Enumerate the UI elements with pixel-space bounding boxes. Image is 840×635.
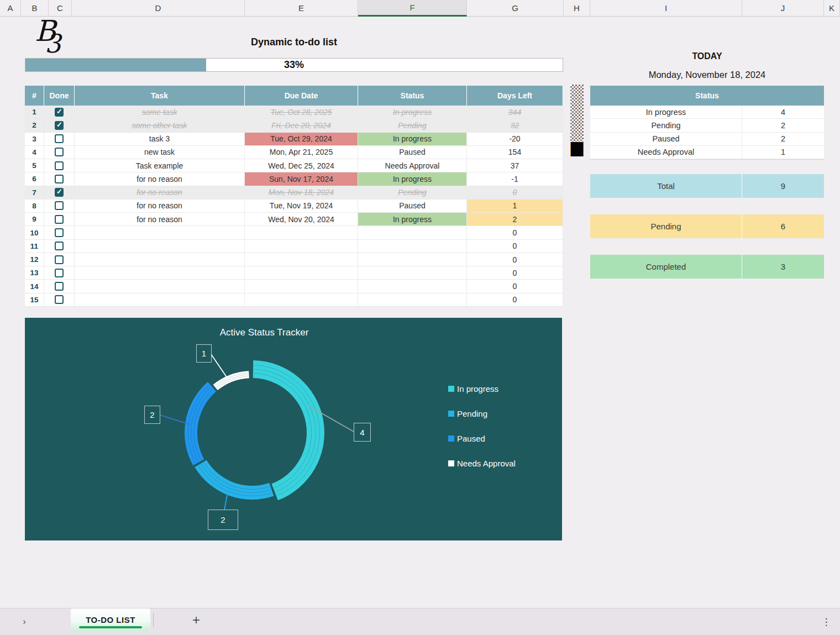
todo-col-header-due-date[interactable]: Due Date [245,86,358,106]
row-number-cell[interactable]: 5 [25,159,44,172]
task-cell[interactable]: for no reason [75,186,245,199]
done-checkbox[interactable] [55,121,64,130]
status-cell[interactable]: Pending [358,119,467,132]
days-left-cell[interactable]: -1 [467,172,563,185]
due-date-cell[interactable] [245,266,358,279]
days-left-cell[interactable]: 0 [467,186,563,199]
status-cell[interactable]: Paused [358,200,467,212]
row-number-cell[interactable]: 14 [25,280,44,292]
status-summary-value[interactable]: 2 [742,119,824,132]
due-date-cell[interactable] [245,280,358,292]
status-summary-label[interactable]: Pending [590,119,742,132]
column-header-a[interactable]: A [0,0,21,17]
status-cell[interactable] [358,293,467,306]
sheet-tab-todo-list[interactable]: TO-DO LIST [71,608,150,631]
status-summary-label[interactable]: Paused [590,133,742,145]
task-cell[interactable] [75,280,245,292]
status-cell[interactable]: In progress [358,172,467,185]
days-left-cell[interactable]: -20 [467,133,563,145]
todo-col-header-days-left[interactable]: Days Left [467,86,563,106]
total-summary-box[interactable]: Total9 [590,174,824,198]
column-header-g[interactable]: G [467,0,564,17]
due-date-cell[interactable]: Tue, Oct 28, 2025 [245,106,358,118]
due-date-cell[interactable]: Tue, Nov 19, 2024 [245,200,358,212]
due-date-cell[interactable]: Mon, Apr 21, 2025 [245,146,358,159]
days-left-cell[interactable]: 32 [467,119,563,132]
status-cell[interactable] [358,253,467,266]
status-cell[interactable]: Pending [358,186,467,199]
due-date-cell[interactable] [245,253,358,266]
column-header-i[interactable]: I [590,0,742,17]
column-header-j[interactable]: J [742,0,824,17]
completed-summary-box[interactable]: Completed3 [590,255,824,279]
done-checkbox[interactable] [55,188,64,197]
row-number-cell[interactable]: 3 [25,133,44,145]
due-date-cell[interactable]: Mon, Nov 18, 2024 [245,186,358,199]
task-cell[interactable]: new task [75,146,245,159]
days-left-cell[interactable]: 154 [467,146,563,159]
task-cell[interactable] [75,266,245,279]
row-number-cell[interactable]: 9 [25,213,44,225]
task-cell[interactable] [75,226,245,239]
status-summary-value[interactable]: 1 [742,146,824,159]
done-checkbox[interactable] [55,161,64,170]
status-cell[interactable]: In progress [358,133,467,145]
days-left-cell[interactable]: 2 [467,213,563,225]
pending-summary-box[interactable]: Pending6 [590,214,824,238]
done-checkbox[interactable] [55,295,64,304]
todo-col-header-status[interactable]: Status [358,86,467,106]
row-number-cell[interactable]: 8 [25,200,44,212]
task-cell[interactable]: Task example [75,159,245,172]
row-number-cell[interactable]: 2 [25,119,44,132]
sheet-scroll-arrow-icon[interactable]: › [17,614,32,629]
done-checkbox[interactable] [55,269,64,277]
status-cell[interactable] [358,266,467,279]
task-cell[interactable]: for no reason [75,213,245,225]
due-date-cell[interactable] [245,226,358,239]
done-checkbox[interactable] [55,282,64,291]
status-summary-label[interactable]: In progress [590,106,742,118]
row-number-cell[interactable]: 6 [25,172,44,185]
done-checkbox[interactable] [55,255,64,264]
task-cell[interactable]: task 3 [75,133,245,145]
task-cell[interactable]: some other task [75,119,245,132]
task-cell[interactable] [75,240,245,253]
progress-bar[interactable]: 33% [25,58,563,72]
days-left-cell[interactable]: 0 [467,280,563,292]
row-number-cell[interactable]: 1 [25,106,44,118]
due-date-cell[interactable]: Fri, Dec 20, 2024 [245,119,358,132]
days-left-cell[interactable]: 344 [467,106,563,118]
status-cell[interactable]: In progress [358,106,467,118]
row-number-cell[interactable]: 4 [25,146,44,159]
status-summary-value[interactable]: 4 [742,106,824,118]
done-checkbox[interactable] [55,201,64,210]
row-number-cell[interactable]: 10 [25,226,44,239]
column-header-d[interactable]: D [72,0,245,17]
status-summary-value[interactable]: 2 [742,133,824,145]
days-left-cell[interactable]: 0 [467,266,563,279]
days-left-cell[interactable]: 0 [467,293,563,306]
due-date-cell[interactable]: Tue, Oct 29, 2024 [245,133,358,145]
done-checkbox[interactable] [55,228,64,237]
status-summary-label[interactable]: Needs Approval [590,146,742,159]
done-checkbox[interactable] [55,108,64,117]
done-checkbox[interactable] [55,215,64,224]
column-header-e[interactable]: E [245,0,358,17]
row-number-cell[interactable]: 11 [25,240,44,253]
status-cell[interactable]: Needs Approval [358,159,467,172]
due-date-cell[interactable] [245,293,358,306]
done-checkbox[interactable] [55,148,64,156]
row-number-cell[interactable]: 7 [25,186,44,199]
status-cell[interactable] [358,280,467,292]
add-sheet-button[interactable]: + [188,612,204,628]
row-number-cell[interactable]: 13 [25,266,44,279]
column-header-f[interactable]: F [358,0,467,17]
status-cell[interactable] [358,240,467,253]
row-number-cell[interactable]: 15 [25,293,44,306]
status-cell[interactable]: Paused [358,146,467,159]
todo-col-header-done[interactable]: Done [44,86,75,106]
more-options-icon[interactable]: ⋮ [821,612,831,631]
days-left-cell[interactable]: 37 [467,159,563,172]
status-cell[interactable] [358,226,467,239]
row-number-cell[interactable]: 12 [25,253,44,266]
